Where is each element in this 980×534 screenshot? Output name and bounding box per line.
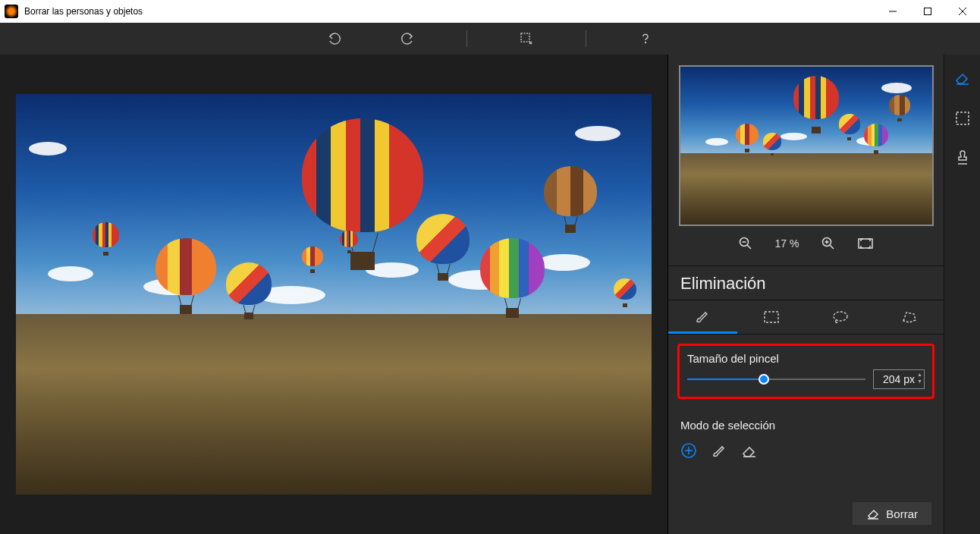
brush-size-input[interactable]: 204 px ▲▼ bbox=[873, 369, 925, 389]
svg-line-10 bbox=[830, 245, 834, 249]
eraser-tool-icon[interactable] bbox=[954, 70, 971, 90]
zoom-level: 17 % bbox=[775, 237, 799, 250]
redo-button[interactable] bbox=[394, 25, 421, 52]
fit-screen-button[interactable] bbox=[858, 238, 873, 249]
zoom-out-button[interactable] bbox=[739, 237, 752, 250]
zoom-in-button[interactable] bbox=[821, 237, 835, 250]
tool-tabs bbox=[668, 300, 944, 335]
brush-size-spinner[interactable]: ▲▼ bbox=[917, 371, 922, 385]
action-row: Borrar bbox=[668, 493, 944, 534]
selection-mode-section: Modo de selección bbox=[668, 408, 944, 473]
crop-button[interactable] bbox=[513, 25, 540, 52]
brush-tab[interactable] bbox=[668, 300, 737, 334]
section-title: Eliminación bbox=[668, 266, 944, 300]
poly-lasso-tab[interactable] bbox=[875, 300, 944, 334]
svg-line-7 bbox=[747, 245, 751, 249]
right-panel: 17 % Eliminación Tamaño del pincel 20 bbox=[667, 55, 944, 534]
brush-size-value: 204 px bbox=[883, 373, 915, 385]
erase-mode-button[interactable] bbox=[741, 442, 758, 462]
app-icon bbox=[5, 5, 18, 18]
brush-size-slider[interactable] bbox=[687, 372, 865, 386]
toolbar-divider bbox=[466, 30, 467, 47]
selection-mode-title: Modo de selección bbox=[680, 419, 931, 432]
svg-point-5 bbox=[645, 42, 646, 43]
svg-marker-16 bbox=[903, 313, 916, 322]
eraser-icon bbox=[866, 507, 880, 520]
erase-label: Borrar bbox=[886, 507, 918, 520]
lasso-tab[interactable] bbox=[806, 300, 875, 334]
brush-size-panel: Tamaño del pincel 204 px ▲▼ bbox=[677, 344, 934, 399]
maximize-button[interactable] bbox=[910, 0, 945, 23]
brush-size-label: Tamaño del pincel bbox=[687, 352, 925, 365]
preview-thumbnail[interactable] bbox=[679, 65, 934, 226]
svg-rect-1 bbox=[925, 8, 931, 15]
marquee-tool-icon[interactable] bbox=[955, 111, 970, 129]
svg-rect-4 bbox=[521, 33, 529, 42]
svg-rect-14 bbox=[765, 312, 778, 322]
rect-select-tab[interactable] bbox=[737, 300, 806, 334]
top-toolbar bbox=[0, 23, 980, 55]
main-canvas[interactable] bbox=[16, 94, 652, 495]
toolbar-divider bbox=[586, 30, 586, 47]
help-button[interactable] bbox=[632, 25, 659, 52]
window-controls bbox=[875, 0, 980, 23]
stamp-tool-icon[interactable] bbox=[954, 150, 971, 170]
canvas-area bbox=[0, 55, 667, 534]
svg-rect-23 bbox=[956, 112, 969, 124]
window-title: Borrar las personas y objetos bbox=[24, 6, 875, 17]
side-tool-strip bbox=[944, 55, 980, 534]
add-selection-button[interactable] bbox=[680, 442, 697, 462]
zoom-controls: 17 % bbox=[739, 237, 874, 250]
preview-area: 17 % bbox=[668, 55, 944, 266]
undo-button[interactable] bbox=[321, 25, 348, 52]
svg-point-15 bbox=[834, 312, 847, 321]
main-area: 17 % Eliminación Tamaño del pincel 20 bbox=[0, 55, 980, 534]
minimize-button[interactable] bbox=[875, 0, 910, 23]
close-button[interactable] bbox=[945, 0, 980, 23]
erase-button[interactable]: Borrar bbox=[853, 502, 931, 525]
brush-mode-button[interactable] bbox=[711, 442, 727, 462]
title-bar: Borrar las personas y objetos bbox=[0, 0, 980, 23]
